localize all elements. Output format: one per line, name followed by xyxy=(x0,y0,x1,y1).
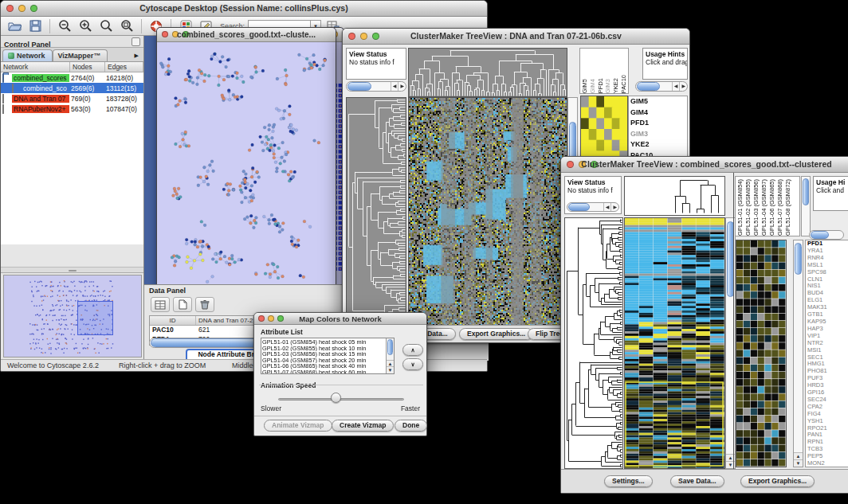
folder-icon xyxy=(2,74,12,82)
export-graphics-button[interactable]: Export Graphics... xyxy=(459,328,533,340)
column-label-scrollbar[interactable] xyxy=(801,176,811,236)
speed-slider-thumb[interactable] xyxy=(331,393,341,403)
data-panel-toolbar xyxy=(151,297,214,312)
zoom-view-hscrollbar[interactable]: ◀▶ xyxy=(635,81,688,92)
network-nodes: 2569(6) xyxy=(69,84,104,92)
network-list: combined_scores2764(0)16218(0)combined_s… xyxy=(1,72,143,244)
column-label: GPL51-07 (GSM868) xyxy=(776,179,784,236)
usage-hints-scrollbar[interactable] xyxy=(809,230,844,240)
attribute-item[interactable]: GPL51-01 (GSM854) heat shock 05 min xyxy=(262,339,385,346)
attribute-item[interactable]: GPL51-02 (GSM855) heat shock 10 min xyxy=(262,346,385,352)
attribute-item[interactable]: GPL51-03 (GSM856) heat shock 15 min xyxy=(262,351,385,357)
main-window-title: Cytoscape Desktop (Session Name: collins… xyxy=(1,3,487,13)
status-message: Welcome to Cytoscape 2.6.2 xyxy=(7,361,99,369)
delete-attribute-icon[interactable] xyxy=(195,297,214,312)
move-up-button[interactable]: ∧ xyxy=(402,344,423,356)
usage-hints-title: Usage Hi xyxy=(816,178,845,186)
dialog-titlebar[interactable]: Map Colors to Network xyxy=(254,313,426,325)
network-window-titlebar[interactable]: combined_scores_good.txt--cluste... xyxy=(157,28,336,42)
network-name: DNA and Tran 07 xyxy=(12,95,69,103)
usage-hints-text: Click and drag tc xyxy=(646,58,688,66)
network-list-row[interactable]: DNA and Tran 07769(0)183728(0) xyxy=(1,93,143,104)
zoom-heatmap[interactable] xyxy=(580,96,628,162)
attribute-item[interactable]: GPL51-06 (GSM865) heat shock 40 min xyxy=(262,363,385,369)
zoom-in-icon[interactable] xyxy=(77,18,94,34)
column-dendrogram[interactable] xyxy=(624,176,725,216)
network-nodes: 563(0) xyxy=(69,105,104,113)
speed-slider-track[interactable] xyxy=(278,398,404,400)
column-label: GPL51-08 (GSM872) xyxy=(784,179,792,236)
network-nodes: 769(0) xyxy=(69,95,104,103)
export-graphics-button[interactable]: Export Graphics... xyxy=(740,475,815,487)
row-dendrogram[interactable] xyxy=(564,217,623,469)
network-list-row[interactable]: combined_scores2764(0)16218(0) xyxy=(1,72,143,83)
treeview2-titlebar[interactable]: ClusterMaker TreeView : combined_scores_… xyxy=(561,157,848,173)
global-heatmap[interactable] xyxy=(408,97,567,328)
view-status-title: View Status xyxy=(567,178,606,186)
network-edges: 183728(0) xyxy=(104,95,143,103)
column-label: PAC10 xyxy=(620,75,628,93)
done-button[interactable]: Done xyxy=(395,420,427,432)
column-network[interactable]: Network xyxy=(1,62,70,72)
zoom-row-labels: GIM5GIM4PFD1GIM3YKE2PAC10 xyxy=(628,96,688,162)
zoom-vscrollbar[interactable]: ▲▼ xyxy=(793,240,803,467)
usage-hints-panel: Usage Hi Click and xyxy=(813,176,848,211)
create-vizmap-button[interactable]: Create Vizmap xyxy=(332,420,394,432)
tab-vizmapper[interactable]: VizMapper™ xyxy=(53,49,108,61)
move-down-button[interactable]: ∨ xyxy=(402,358,423,370)
attribute-select-icon[interactable] xyxy=(151,297,170,312)
network-view-window: combined_scores_good.txt--cluste... xyxy=(156,27,336,289)
zoom-heatmap[interactable] xyxy=(736,240,787,467)
save-data-button[interactable]: Save Data... xyxy=(670,475,724,487)
tab-overflow-button[interactable]: ▶ xyxy=(132,50,142,61)
column-edges[interactable]: Edges xyxy=(105,62,143,72)
row-label: PFD1 xyxy=(630,118,687,129)
global-heatmap[interactable] xyxy=(624,217,725,469)
usage-hints-text: Click and xyxy=(816,186,844,194)
row-dendrogram[interactable] xyxy=(346,97,406,328)
panel-divider[interactable] xyxy=(733,173,734,471)
settings-button[interactable]: Settings... xyxy=(604,475,653,487)
panel-splitter-handle[interactable] xyxy=(1,267,143,273)
network-canvas[interactable] xyxy=(157,42,336,289)
main-titlebar[interactable]: Cytoscape Desktop (Session Name: collins… xyxy=(1,1,487,17)
view-status-scrollbar[interactable]: ◀▶ xyxy=(567,202,619,212)
column-id[interactable]: ID xyxy=(150,316,196,325)
status-hint-pan: Middle- xyxy=(232,361,256,369)
status-hint-zoom: Right-click + drag to ZOOM xyxy=(119,361,206,369)
overview-canvas[interactable] xyxy=(4,275,141,357)
zoom-selected-icon[interactable] xyxy=(97,18,115,34)
column-dendrogram[interactable] xyxy=(408,48,567,97)
column-nodes[interactable]: Nodes xyxy=(70,62,105,72)
attribute-item[interactable]: GPL51-07 (GSM868) heat shock 60 min xyxy=(262,369,385,375)
column-label: GPL51-02 (GSM855) xyxy=(744,179,752,236)
tab-network[interactable]: Network xyxy=(2,49,53,61)
view-status-text: No status info f xyxy=(349,58,395,66)
zoom-fit-icon[interactable] xyxy=(118,18,135,34)
treeview2-title: ClusterMaker TreeView : combined_scores_… xyxy=(561,159,848,169)
row-label: GIM4 xyxy=(630,107,687,119)
network-overview-panel[interactable] xyxy=(3,275,142,357)
float-panel-icon[interactable] xyxy=(132,37,140,46)
network-list-row[interactable]: combined_sco2569(6)13112(15) xyxy=(1,83,143,93)
attribute-item[interactable]: GPL51-04 (GSM857) heat shock 20 min xyxy=(262,357,385,364)
column-label: YKE2 xyxy=(612,78,620,93)
save-session-icon[interactable] xyxy=(26,18,44,34)
view-status-scrollbar[interactable]: ◀▶ xyxy=(346,81,406,92)
treeview1-title: ClusterMaker TreeView : DNA and Tran 07-… xyxy=(343,31,689,41)
attribute-listbox[interactable]: GPL51-01 (GSM854) heat shock 05 minGPL51… xyxy=(261,338,395,374)
usage-hints-title: Usage Hints xyxy=(646,50,685,58)
network-tab-icon xyxy=(8,53,14,59)
view-status-panel: View Status No status info f xyxy=(346,48,406,80)
network-edges: 16218(0) xyxy=(104,74,143,82)
heatmap-vscrollbar[interactable]: ▲▼ xyxy=(725,217,736,469)
open-file-icon[interactable] xyxy=(6,18,23,34)
zoom-out-icon[interactable] xyxy=(56,18,73,34)
usage-hints-panel: Usage Hints Click and drag tc xyxy=(642,48,688,80)
attribute-list-label: Attribute List xyxy=(261,328,303,336)
attribute-list-scrollbar[interactable]: ▲▼ xyxy=(386,338,394,373)
treeview1-titlebar[interactable]: ClusterMaker TreeView : DNA and Tran 07-… xyxy=(343,29,689,45)
network-list-row[interactable]: RNAPuberNov2+563(0)107847(0) xyxy=(1,104,143,114)
new-attribute-icon[interactable] xyxy=(173,297,192,312)
dialog-title: Map Colors to Network xyxy=(254,315,426,323)
